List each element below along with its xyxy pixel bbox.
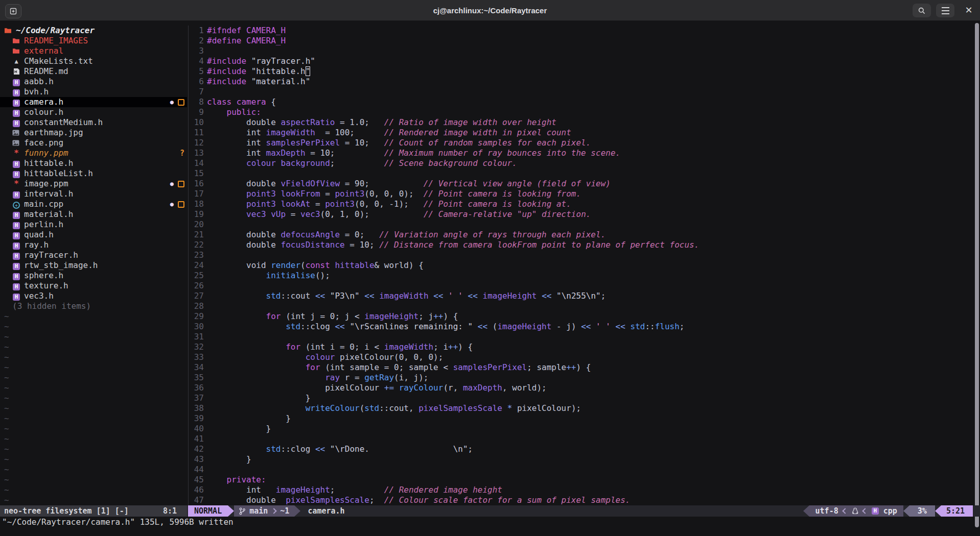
line-number: 8 bbox=[189, 97, 204, 107]
code-line[interactable]: 19 vec3 vUp = vec3(0, 1, 0); // Camera-r… bbox=[189, 209, 980, 220]
code-line[interactable]: 36 pixelColour += rayColour(r, maxDepth,… bbox=[189, 383, 980, 393]
terminal-titlebar: cj@archlinux:~/Code/Raytracer ✕ bbox=[0, 0, 980, 21]
folder-icon bbox=[12, 36, 20, 44]
tree-root[interactable]: ~/Code/Raytracer bbox=[0, 26, 187, 36]
code-line[interactable]: 12 int samplesPerPixel = 10; // Count of… bbox=[189, 138, 980, 148]
hamburger-menu-icon bbox=[942, 6, 949, 15]
h-badge: H bbox=[13, 273, 20, 280]
tree-item[interactable]: ▲CMakeLists.txt bbox=[0, 56, 187, 66]
code-line[interactable]: 29 for (int j = 0; j < imageHeight; j++)… bbox=[189, 311, 980, 322]
file-encoding: utf-8 bbox=[815, 506, 838, 516]
code-line[interactable]: 6#include "material.h" bbox=[189, 77, 980, 87]
code-line[interactable]: 21 double defocusAngle = 0; // Variation… bbox=[189, 230, 980, 240]
code-line[interactable]: 20 bbox=[189, 220, 980, 230]
tree-item[interactable]: HhittableList.h bbox=[0, 168, 187, 179]
tree-item[interactable]: Hhittable.h bbox=[0, 158, 187, 168]
code-line[interactable]: 28 bbox=[189, 301, 980, 311]
search-button[interactable] bbox=[913, 4, 931, 17]
tree-item[interactable]: README_IMAGES bbox=[0, 36, 187, 46]
code-text: point3 lookFrom = point3(0, 0, 0); // Po… bbox=[207, 189, 581, 199]
tree-item[interactable]: *image.ppm● bbox=[0, 179, 187, 189]
empty-buffer-tilde: ~ bbox=[4, 444, 9, 454]
git-unstaged-icon bbox=[178, 201, 184, 208]
git-diff-count: ~1 bbox=[280, 506, 289, 516]
tree-item[interactable]: Hmaterial.h bbox=[0, 209, 187, 220]
line-number: 17 bbox=[189, 189, 204, 199]
tree-item[interactable]: Hbvh.h bbox=[0, 87, 187, 97]
code-line[interactable]: 38 writeColour(std::cout, pixelSamplesSc… bbox=[189, 403, 980, 413]
code-line[interactable]: 44 bbox=[189, 465, 980, 475]
code-line[interactable]: 32 for (int i = 0; i < imageWidth; i++) … bbox=[189, 342, 980, 352]
code-line[interactable]: 8class camera { bbox=[189, 97, 980, 107]
empty-buffer-tilde: ~ bbox=[4, 393, 9, 403]
code-line[interactable]: 46 int imageHeight; // Rendered image he… bbox=[189, 485, 980, 495]
tree-item[interactable]: Htexture.h bbox=[0, 281, 187, 291]
h-badge: H bbox=[13, 242, 20, 250]
tree-item[interactable]: Hsphere.h bbox=[0, 271, 187, 281]
tree-item[interactable]: Haabb.h bbox=[0, 77, 187, 87]
tree-item[interactable]: Hcolour.h bbox=[0, 107, 187, 117]
code-line[interactable]: 35 ray r = getRay(i, j); bbox=[189, 373, 980, 383]
code-line[interactable]: 24 void render(const hittable& world) { bbox=[189, 260, 980, 271]
menu-button[interactable] bbox=[936, 4, 954, 17]
code-line[interactable]: 2#define CAMERA_H bbox=[189, 36, 980, 46]
code-line[interactable]: 5#include "hittable.h" bbox=[189, 66, 980, 77]
tree-item[interactable]: (3 hidden items) bbox=[0, 301, 187, 311]
tree-item[interactable]: README.md bbox=[0, 66, 187, 77]
code-line[interactable]: 7 bbox=[189, 87, 980, 97]
tree-item[interactable]: Hperlin.h bbox=[0, 220, 187, 230]
code-line[interactable]: 16 double vFieldOfView = 90; // Vertical… bbox=[189, 179, 980, 189]
code-line[interactable]: 10 double aspectRatio = 1.0; // Ratio of… bbox=[189, 117, 980, 128]
tree-item[interactable]: HconstantMedium.h bbox=[0, 117, 187, 128]
tree-item[interactable]: earthmap.jpg bbox=[0, 128, 187, 138]
code-line[interactable]: 13 int maxDepth = 10; // Maximum number … bbox=[189, 148, 980, 158]
code-line[interactable]: 25 initialise(); bbox=[189, 271, 980, 281]
code-line[interactable]: 14 colour background; // Scene backgroun… bbox=[189, 158, 980, 168]
empty-buffer-tilde: ~ bbox=[4, 475, 9, 485]
code-line[interactable]: 41 bbox=[189, 434, 980, 444]
code-line[interactable]: 34 for (int sample = 0; sample < samples… bbox=[189, 362, 980, 373]
code-line[interactable]: 11 int imageWidth = 100; // Rendered ima… bbox=[189, 128, 980, 138]
code-line[interactable]: 23 bbox=[189, 250, 980, 260]
code-line[interactable]: 40 } bbox=[189, 424, 980, 434]
code-line[interactable]: 39 } bbox=[189, 413, 980, 424]
code-line[interactable]: 27 std::cout << "P3\n" << imageWidth << … bbox=[189, 291, 980, 301]
tree-item[interactable]: *funny.ppm? bbox=[0, 148, 187, 158]
code-line[interactable]: 47 double pixelSamplesScale; // Colour s… bbox=[189, 495, 980, 505]
code-text: for (int i = 0; i < imageWidth; i++) { bbox=[207, 342, 473, 352]
code-line[interactable]: 37 } bbox=[189, 393, 980, 403]
code-line[interactable]: 30 std::clog << "\rScanlines remaining: … bbox=[189, 322, 980, 332]
code-line[interactable]: 45 private: bbox=[189, 475, 980, 485]
close-button[interactable]: ✕ bbox=[962, 4, 976, 16]
tree-item[interactable]: face.png bbox=[0, 138, 187, 148]
code-line[interactable]: 4#include "rayTracer.h" bbox=[189, 56, 980, 66]
tree-item[interactable]: +main.cpp● bbox=[0, 199, 187, 209]
code-line[interactable]: 43 } bbox=[189, 454, 980, 465]
tree-item[interactable]: Hquad.h bbox=[0, 230, 187, 240]
tree-item[interactable]: HrayTracer.h bbox=[0, 250, 187, 260]
terminal-scrollbar[interactable] bbox=[975, 23, 979, 527]
new-tab-button[interactable] bbox=[5, 4, 21, 18]
code-line[interactable]: 22 double focusDistance = 10; // Distanc… bbox=[189, 240, 980, 250]
tree-item[interactable]: Hvec3.h bbox=[0, 291, 187, 301]
code-line[interactable]: 1#ifndef CAMERA_H bbox=[189, 26, 980, 36]
code-line[interactable]: 42 std::clog << "\rDone. \n"; bbox=[189, 444, 980, 454]
tree-item[interactable]: external bbox=[0, 46, 187, 56]
line-number: 5 bbox=[189, 66, 204, 77]
code-line[interactable]: 9 public: bbox=[189, 107, 980, 117]
code-line[interactable]: 15 bbox=[189, 168, 980, 179]
code-line[interactable]: 26 bbox=[189, 281, 980, 291]
tree-item[interactable]: Hinterval.h bbox=[0, 189, 187, 199]
tree-item[interactable]: Hcamera.h● bbox=[0, 97, 187, 107]
code-line[interactable]: 33 colour pixelColour(0, 0, 0); bbox=[189, 352, 980, 362]
tree-item[interactable]: Hray.h bbox=[0, 240, 187, 250]
code-line[interactable]: 18 point3 lookAt = point3(0, 0, -1); // … bbox=[189, 199, 980, 209]
cpp-badge: + bbox=[13, 202, 20, 209]
empty-buffer-tilde: ~ bbox=[4, 311, 9, 322]
code-line[interactable]: 31 bbox=[189, 332, 980, 342]
tree-item[interactable]: Hrtw_stb_image.h bbox=[0, 260, 187, 271]
line-number: 21 bbox=[189, 230, 204, 240]
code-line[interactable]: 3 bbox=[189, 46, 980, 56]
line-number: 18 bbox=[189, 199, 204, 209]
code-line[interactable]: 17 point3 lookFrom = point3(0, 0, 0); //… bbox=[189, 189, 980, 199]
